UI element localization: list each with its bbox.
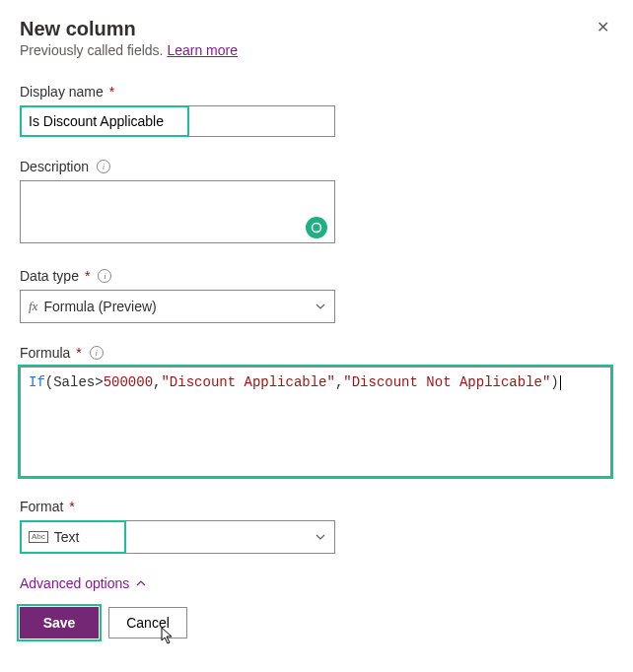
chevron-up-icon: [135, 577, 147, 589]
format-label-text: Format: [20, 499, 63, 514]
required-asterisk: *: [69, 499, 74, 514]
data-type-label: Data type* i: [20, 268, 613, 284]
data-type-value: Formula (Preview): [43, 299, 156, 314]
cancel-button[interactable]: Cancel: [108, 607, 187, 638]
data-type-label-text: Data type: [20, 268, 79, 284]
description-input[interactable]: [20, 180, 335, 243]
advanced-options-label: Advanced options: [20, 575, 129, 591]
display-name-label: Display name*: [20, 84, 613, 100]
formula-token-str2: "Discount Not Applicable": [343, 374, 550, 390]
required-asterisk: *: [76, 345, 81, 361]
subtitle-text: Previously called fields.: [20, 42, 167, 58]
grammar-check-icon[interactable]: [306, 217, 327, 238]
text-cursor: [560, 375, 561, 390]
required-asterisk: *: [85, 268, 90, 284]
formula-token-paren: ): [550, 374, 558, 390]
info-icon[interactable]: i: [97, 160, 110, 173]
formula-label: Formula* i: [20, 345, 613, 361]
info-icon[interactable]: i: [98, 269, 111, 283]
format-label: Format*: [20, 499, 613, 514]
formula-token-paren: (: [45, 374, 53, 390]
formula-token-id: Sales: [53, 374, 95, 390]
display-name-input[interactable]: [20, 105, 335, 137]
formula-token-num: 500000: [104, 374, 153, 390]
learn-more-link[interactable]: Learn more: [167, 42, 238, 58]
formula-label-text: Formula: [20, 345, 70, 361]
display-name-label-text: Display name: [20, 84, 104, 100]
formula-input[interactable]: If(Sales>500000,"Discount Applicable","D…: [20, 367, 611, 477]
format-value: Text: [54, 529, 80, 545]
formula-token-gt: >: [95, 374, 103, 390]
text-type-icon: Abc: [29, 531, 48, 543]
chevron-down-icon: [315, 531, 326, 543]
formula-token-str1: "Discount Applicable": [161, 374, 334, 390]
description-label-text: Description: [20, 159, 89, 174]
required-asterisk: *: [109, 84, 114, 100]
formula-token-fn: If: [29, 374, 45, 390]
save-button[interactable]: Save: [20, 607, 99, 638]
advanced-options-toggle[interactable]: Advanced options: [20, 575, 147, 591]
close-icon: ✕: [597, 19, 609, 35]
fx-icon: fx: [29, 299, 37, 314]
description-label: Description i: [20, 159, 613, 174]
format-select[interactable]: Abc Text: [20, 520, 335, 554]
data-type-select[interactable]: fx Formula (Preview): [20, 290, 335, 323]
close-button[interactable]: ✕: [593, 18, 613, 37]
info-icon[interactable]: i: [90, 346, 104, 360]
chevron-down-icon: [315, 301, 326, 312]
panel-title: New column: [20, 18, 238, 40]
panel-subtitle: Previously called fields. Learn more: [20, 42, 238, 58]
